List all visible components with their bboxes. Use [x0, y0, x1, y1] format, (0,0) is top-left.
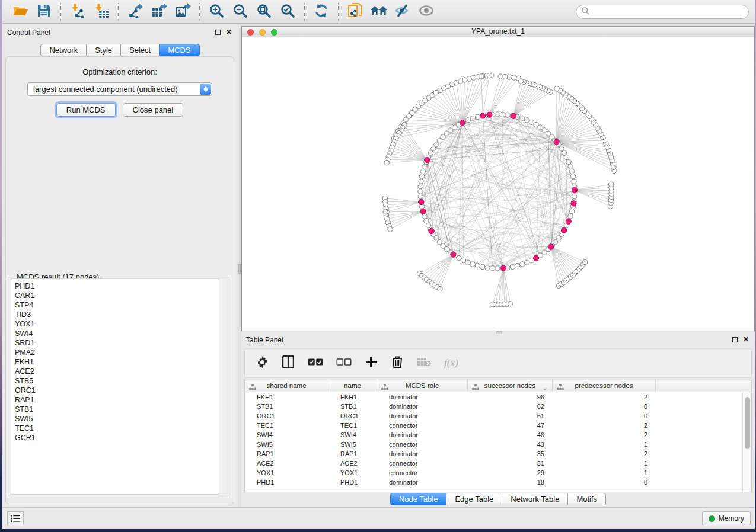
table-cell: FKH1 — [245, 392, 328, 402]
maximize-window-icon[interactable] — [271, 29, 277, 36]
table-tabs: Node TableEdge TableNetwork TableMotifs — [241, 493, 755, 505]
add-row-button[interactable] — [365, 355, 378, 371]
table-row[interactable]: FKH1FKH1dominator962 — [245, 392, 742, 402]
list-item[interactable]: FKH1 — [15, 357, 226, 367]
table-panel-header: Table Panel ✕ — [241, 334, 755, 348]
tab-motifs[interactable]: Motifs — [567, 493, 606, 505]
list-item[interactable]: TID3 — [15, 310, 226, 319]
column-header-MCDS-role[interactable]: MCDS role — [377, 380, 468, 392]
list-item[interactable]: YOX1 — [15, 319, 226, 329]
list-item[interactable]: SRD1 — [15, 338, 226, 348]
table-cell: 2 — [553, 430, 656, 440]
list-item[interactable]: PHD1 — [15, 281, 226, 291]
table-row[interactable]: RAP1RAP1dominator352 — [245, 449, 742, 459]
list-item[interactable]: GCR1 — [15, 433, 226, 443]
table-scrollbar-thumb[interactable] — [745, 397, 750, 449]
run-mcds-button[interactable]: Run MCDS — [56, 103, 116, 117]
list-item[interactable]: ACE2 — [15, 367, 226, 376]
show-all-button[interactable] — [414, 2, 438, 21]
list-item[interactable]: RAP1 — [15, 395, 226, 405]
table-cell: dominator — [377, 430, 468, 440]
mcds-list-scrollbar[interactable] — [219, 278, 227, 495]
table-cell — [656, 477, 742, 487]
table-row[interactable]: YOX1YOX1connector291 — [245, 468, 742, 477]
list-item[interactable]: CAR1 — [15, 291, 226, 300]
table-row[interactable]: SWI5SWI5connector431 — [245, 440, 742, 449]
column-header-predecessor-nodes[interactable]: predecessor nodes — [553, 380, 656, 392]
table-cell: 2 — [553, 449, 656, 459]
table-cell: ORC1 — [245, 411, 328, 421]
tab-network-table[interactable]: Network Table — [502, 493, 568, 505]
table-panel-title: Table Panel — [246, 336, 283, 344]
toolbar-groups — [8, 2, 438, 21]
float-panel-icon[interactable] — [215, 30, 221, 35]
table-cell — [656, 421, 742, 430]
toolbar-separator — [60, 3, 61, 21]
delete-row-button[interactable] — [391, 355, 404, 371]
column-header-successor-nodes[interactable]: successor nodes⌄ — [468, 380, 553, 392]
tab-node-table[interactable]: Node Table — [390, 493, 447, 505]
list-item[interactable]: TEC1 — [15, 424, 226, 433]
list-item[interactable]: SWI4 — [15, 329, 226, 338]
list-item[interactable]: SWI5 — [15, 414, 226, 424]
network-graph-canvas[interactable] — [242, 37, 754, 331]
share-document-button[interactable] — [343, 2, 367, 21]
mcds-result-list[interactable]: PHD1CAR1STP4TID3YOX1SWI4SRD1PMA2FKH1ACE2… — [11, 278, 227, 495]
tab-select[interactable]: Select — [120, 44, 160, 56]
export-image-button[interactable] — [171, 2, 194, 21]
refresh-button[interactable] — [310, 2, 333, 21]
table-cell: dominator — [377, 392, 468, 402]
column-header-name[interactable]: name — [328, 380, 377, 392]
hide-selected-button[interactable] — [391, 2, 414, 21]
first-neighbors-button[interactable] — [367, 2, 391, 21]
network-window-titlebar[interactable]: YPA_prune.txt_1 — [242, 27, 754, 37]
save-button[interactable] — [32, 2, 56, 21]
import-table-button[interactable] — [90, 2, 113, 21]
criterion-select[interactable]: largest connected component (undirected) — [27, 82, 212, 96]
tab-edge-table[interactable]: Edge Table — [446, 493, 502, 505]
splitter-grip[interactable] — [238, 264, 241, 274]
deselect-all-button[interactable] — [336, 355, 352, 371]
tab-mcds[interactable]: MCDS — [159, 44, 199, 56]
close-panel-button[interactable]: Close panel — [123, 103, 184, 117]
list-item[interactable]: PMA2 — [15, 348, 226, 357]
list-item[interactable]: ORC1 — [15, 386, 226, 395]
columns-button[interactable] — [282, 355, 295, 371]
zoom-in-button[interactable] — [205, 2, 228, 21]
close-table-panel-icon[interactable]: ✕ — [743, 336, 749, 342]
list-item[interactable]: STB5 — [15, 376, 226, 386]
tab-style[interactable]: Style — [86, 44, 121, 56]
open-folder-button[interactable] — [8, 2, 32, 21]
list-item[interactable]: STP4 — [15, 300, 226, 310]
table-row[interactable]: PHD1PHD1dominator180 — [245, 477, 742, 487]
zoom-selected-button[interactable] — [276, 2, 299, 21]
task-history-button[interactable] — [7, 511, 24, 525]
minimize-window-icon[interactable] — [259, 29, 266, 36]
zoom-fit-button[interactable] — [252, 2, 276, 21]
table-row[interactable]: ACE2ACE2connector311 — [245, 459, 742, 468]
function-builder-button[interactable]: f(x) — [444, 355, 458, 371]
list-item[interactable]: STB1 — [15, 405, 226, 414]
export-network-icon — [127, 3, 143, 21]
delete-table-button[interactable] — [417, 355, 431, 371]
search-box[interactable] — [576, 5, 749, 19]
memory-button[interactable]: Memory — [702, 511, 751, 525]
table-row[interactable]: STB1STB1dominator620 — [245, 402, 742, 411]
close-panel-icon[interactable]: ✕ — [226, 29, 232, 35]
table-row[interactable]: SWI4SWI4dominator462 — [245, 430, 742, 440]
float-table-panel-icon[interactable] — [732, 337, 738, 342]
table-scrollbar[interactable] — [742, 392, 751, 492]
zoom-out-button[interactable] — [228, 2, 252, 21]
search-input[interactable] — [590, 7, 748, 17]
tab-network[interactable]: Network — [40, 44, 87, 56]
export-network-button[interactable] — [123, 2, 147, 21]
export-table-button[interactable] — [147, 2, 171, 21]
mcds-result-group: MCDS result (17 nodes) PHD1CAR1STP4TID3Y… — [9, 277, 228, 496]
close-window-icon[interactable] — [247, 29, 254, 36]
select-all-button[interactable] — [308, 355, 323, 371]
settings-button[interactable] — [256, 355, 269, 371]
import-network-button[interactable] — [66, 2, 90, 21]
column-header-shared-name[interactable]: shared name — [245, 380, 328, 392]
table-row[interactable]: TEC1TEC1connector472 — [245, 421, 742, 430]
table-row[interactable]: ORC1ORC1dominator610 — [245, 411, 742, 421]
